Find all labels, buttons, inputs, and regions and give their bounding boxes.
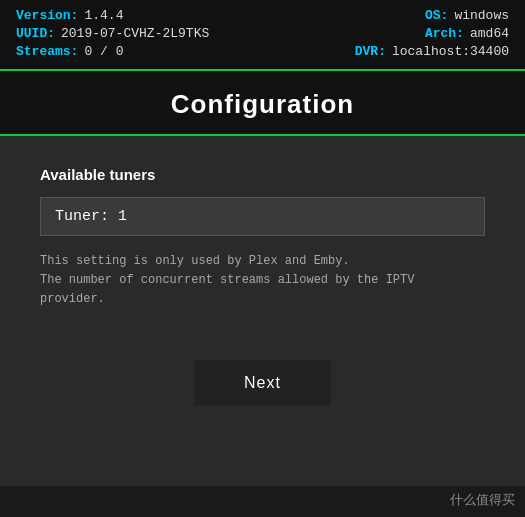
next-button[interactable]: Next [194, 360, 331, 406]
streams-value: 0 / 0 [84, 44, 123, 59]
header-row-3: Streams: 0 / 0 DVR: localhost:34400 [16, 44, 509, 59]
os-info: OS: windows [425, 8, 509, 23]
section-label: Available tuners [40, 166, 485, 183]
button-area: Next [40, 360, 485, 406]
uuid-info: UUID: 2019-07-CVHZ-2L9TKS [16, 26, 209, 41]
streams-info: Streams: 0 / 0 [16, 44, 123, 59]
uuid-value: 2019-07-CVHZ-2L9TKS [61, 26, 209, 41]
hint-text: This setting is only used by Plex and Em… [40, 252, 485, 310]
hint-line-1: This setting is only used by Plex and Em… [40, 254, 350, 268]
os-label: OS: [425, 8, 448, 23]
arch-info: Arch: amd64 [425, 26, 509, 41]
watermark: 什么值得买 [450, 491, 515, 509]
arch-label: Arch: [425, 26, 464, 41]
dvr-info: DVR: localhost:34400 [355, 44, 509, 59]
version-label: Version: [16, 8, 78, 23]
main-content: Available tuners Tuner: 1 This setting i… [0, 136, 525, 486]
version-info: Version: 1.4.4 [16, 8, 123, 23]
tuner-display[interactable]: Tuner: 1 [40, 197, 485, 236]
uuid-label: UUID: [16, 26, 55, 41]
title-area: Configuration [0, 71, 525, 136]
page-title: Configuration [0, 89, 525, 120]
header-row-1: Version: 1.4.4 OS: windows [16, 8, 509, 23]
hint-line-2: The number of concurrent streams allowed… [40, 273, 414, 306]
os-value: windows [454, 8, 509, 23]
dvr-value: localhost:34400 [392, 44, 509, 59]
streams-label: Streams: [16, 44, 78, 59]
dvr-label: DVR: [355, 44, 386, 59]
header-row-2: UUID: 2019-07-CVHZ-2L9TKS Arch: amd64 [16, 26, 509, 41]
arch-value: amd64 [470, 26, 509, 41]
header-bar: Version: 1.4.4 OS: windows UUID: 2019-07… [0, 0, 525, 71]
version-value: 1.4.4 [84, 8, 123, 23]
